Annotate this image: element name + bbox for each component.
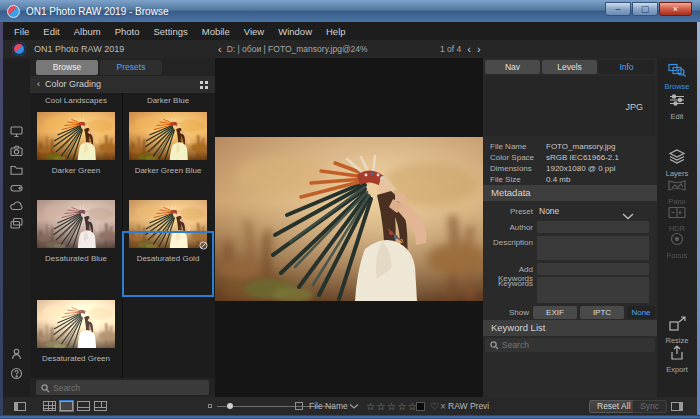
like-heart-icon[interactable]: ♡	[430, 397, 439, 415]
show-label: Show	[479, 308, 529, 317]
file-info-value: sRGB IEC61966-2.1	[546, 153, 619, 163]
maximize-button[interactable]: ▢	[632, 2, 658, 16]
preset-thumbnail[interactable]	[129, 112, 207, 160]
preset-label[interactable]: Darker Green Blue	[123, 166, 213, 175]
menu-settings[interactable]: Settings	[146, 26, 194, 37]
metadata-preset-select[interactable]: None	[539, 206, 559, 216]
export-icon	[669, 345, 685, 360]
window-titlebar[interactable]: ON1 Photo RAW 2019 - Browse – ▢ ×	[0, 0, 700, 22]
close-button[interactable]: ×	[659, 2, 692, 16]
file-info-label: Color Space	[490, 153, 546, 163]
reject-x-icon[interactable]: ×	[440, 397, 446, 415]
file-info-value: 0.4 mb	[546, 175, 570, 185]
drive-icon[interactable]	[9, 180, 24, 199]
sort-checkbox[interactable]	[295, 402, 303, 410]
metadata-header[interactable]: Metadata	[483, 185, 657, 201]
compare-view-mode-icon[interactable]	[94, 401, 107, 411]
next-photo-icon[interactable]: ›	[477, 44, 481, 54]
preset-thumbnail[interactable]	[37, 300, 115, 348]
focus-icon	[669, 232, 685, 246]
menu-file[interactable]: File	[7, 26, 36, 37]
star-rating[interactable]: ☆☆☆☆☆	[366, 397, 418, 415]
cloud-icon[interactable]	[9, 198, 24, 217]
category-back-icon[interactable]: ‹	[37, 79, 40, 89]
minimize-button[interactable]: –	[605, 2, 631, 16]
grid-view-icon[interactable]	[200, 81, 208, 89]
preset-thumbnail[interactable]	[37, 112, 115, 160]
sort-by-label[interactable]: File Name	[309, 397, 348, 415]
sync-button[interactable]: Sync	[632, 400, 667, 413]
main-area: Browse Presets ‹Color Grading Cool Lands…	[3, 58, 697, 397]
module-resize[interactable]: Resize	[657, 316, 697, 345]
account-icon[interactable]	[9, 346, 24, 365]
preset-label[interactable]: Cool Landscapes	[31, 96, 121, 105]
toggle-right-panel-icon[interactable]	[671, 402, 683, 411]
app-icon	[7, 5, 20, 18]
file-info-row: File Name FOTO_mansory.jpg	[490, 142, 654, 152]
folder-icon[interactable]	[9, 162, 24, 181]
show-iptc-button[interactable]: IPTC	[580, 306, 624, 319]
detail-view-mode-icon[interactable]	[60, 401, 73, 411]
sort-chevron-icon[interactable]	[349, 397, 359, 415]
menu-view[interactable]: View	[237, 26, 271, 37]
menu-edit[interactable]: Edit	[36, 26, 66, 37]
menu-help[interactable]: Help	[319, 26, 353, 37]
back-chevron-icon[interactable]: ‹	[218, 44, 222, 54]
keyword-list-header[interactable]: Keyword List	[483, 320, 657, 336]
thumb-size-min-icon	[208, 404, 212, 408]
module-hdr[interactable]: HDR	[657, 205, 697, 233]
description-field[interactable]	[537, 236, 649, 260]
photo-pager: 1 of 4 ‹ ›	[440, 44, 481, 54]
help-icon[interactable]	[9, 366, 24, 385]
show-exif-button[interactable]: EXIF	[533, 306, 577, 319]
module-focus[interactable]: Focus	[657, 232, 697, 260]
tab-info[interactable]: Info	[599, 60, 654, 74]
resize-icon	[669, 316, 686, 331]
tab-levels[interactable]: Levels	[542, 60, 597, 74]
module-pano[interactable]: Pano	[657, 178, 697, 206]
module-export[interactable]: Export	[657, 345, 697, 374]
tab-nav[interactable]: Nav	[485, 60, 540, 74]
module-browse[interactable]: Browse	[657, 63, 697, 91]
slider-knob[interactable]	[227, 403, 233, 409]
keywords-field[interactable]	[537, 277, 649, 303]
preset-category-header[interactable]: ‹Color Grading	[30, 76, 215, 93]
add-keywords-field[interactable]	[537, 263, 649, 275]
preset-label[interactable]: Darker Green	[31, 166, 121, 175]
menu-window[interactable]: Window	[271, 26, 319, 37]
module-edit[interactable]: Edit	[657, 93, 697, 121]
color-label-swatch[interactable]	[416, 402, 425, 411]
menu-album[interactable]: Album	[67, 26, 108, 37]
preset-label[interactable]: Desaturated Green	[31, 354, 121, 363]
photo-preview	[215, 137, 483, 301]
preset-quickview-icon[interactable]	[199, 236, 208, 245]
app-header: ON1 Photo RAW 2019 ‹ D: | обои | FOTO_ma…	[3, 40, 697, 58]
menu-mobile[interactable]: Mobile	[195, 26, 237, 37]
preset-label[interactable]: Desaturated Blue	[31, 254, 121, 263]
keyword-search-input[interactable]	[502, 340, 655, 350]
toggle-left-panel-icon[interactable]	[14, 402, 26, 411]
chevron-down-icon[interactable]	[621, 207, 635, 217]
file-info-label: File Size	[490, 175, 546, 185]
preset-label[interactable]: Darker Blue	[123, 96, 213, 105]
show-none-button[interactable]: None	[627, 306, 655, 319]
camera-icon[interactable]	[9, 143, 24, 162]
prev-photo-icon[interactable]: ‹	[467, 44, 471, 54]
menu-photo[interactable]: Photo	[108, 26, 147, 37]
photo-canvas[interactable]	[215, 58, 483, 397]
copies-icon[interactable]	[9, 216, 24, 235]
author-field[interactable]	[537, 221, 649, 233]
filmstrip-view-mode-icon[interactable]	[77, 401, 90, 411]
preset-search-input[interactable]	[53, 383, 209, 393]
module-layers[interactable]: Layers	[657, 149, 697, 178]
file-info-label: File Name	[490, 142, 546, 152]
tab-browse[interactable]: Browse	[36, 60, 98, 75]
preset-thumbnail[interactable]	[37, 200, 115, 248]
grid-view-mode-icon[interactable]	[43, 401, 56, 411]
breadcrumb-path[interactable]: D: | обои | FOTO_mansory.jpg@24%	[227, 44, 368, 54]
desktop-icon[interactable]	[9, 124, 24, 143]
app-window: ON1 Photo RAW 2019 - Browse – ▢ × File E…	[0, 0, 700, 419]
tab-presets[interactable]: Presets	[100, 60, 162, 75]
file-info-row: Dimensions 1920x1080 @ 0 ppi	[490, 164, 654, 174]
file-info-value: FOTO_mansory.jpg	[546, 142, 616, 152]
